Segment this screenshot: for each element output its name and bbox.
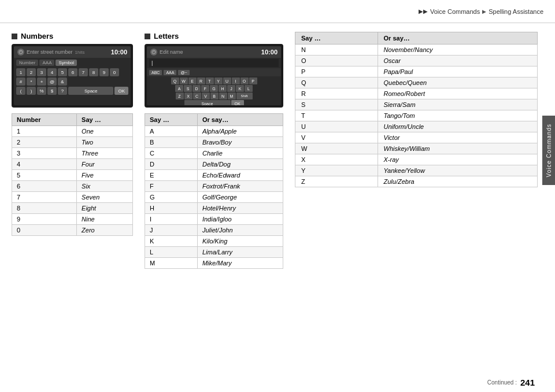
letters-screen-topbar: Edit name 10:00 bbox=[147, 46, 281, 58]
key-i[interactable]: I bbox=[232, 77, 240, 84]
letters-header: Letters bbox=[145, 32, 283, 40]
numpad-key-close-paren[interactable]: ) bbox=[27, 87, 36, 95]
key-m[interactable]: M bbox=[228, 93, 236, 99]
key-l[interactable]: L bbox=[245, 85, 253, 92]
key-p[interactable]: P bbox=[249, 77, 257, 84]
orsay-cell: Papa/Paul bbox=[378, 66, 537, 77]
say-cell: Zero bbox=[77, 225, 133, 236]
keyboard-row-3: Z X C V B N M Shift bbox=[149, 93, 279, 99]
key-c[interactable]: C bbox=[193, 93, 201, 99]
numpad-key-7[interactable]: 7 bbox=[79, 68, 88, 76]
numpad-key-3[interactable]: 3 bbox=[37, 68, 46, 76]
numpad-key-question[interactable]: ? bbox=[58, 87, 67, 95]
numbers-square-icon bbox=[12, 34, 17, 39]
table-row: AAlpha/Apple bbox=[145, 126, 283, 137]
numpad-key-2[interactable]: 2 bbox=[27, 68, 36, 76]
number-cell: 2 bbox=[12, 137, 77, 148]
continued-label: Continued : bbox=[487, 379, 517, 386]
letters-table: Say … Or say… AAlpha/AppleBBravo/BoyCCha… bbox=[145, 113, 283, 269]
key-e[interactable]: E bbox=[188, 77, 197, 84]
numbers-screen-inner: Enter street number 1hits 10:00 Number A… bbox=[14, 46, 131, 105]
key-f[interactable]: F bbox=[201, 85, 209, 92]
say-cell: U bbox=[295, 121, 378, 132]
say-cell: K bbox=[145, 236, 198, 247]
table-row: EEcho/Edward bbox=[145, 170, 283, 181]
numpad-key-open-paren[interactable]: ( bbox=[16, 87, 25, 95]
key-k[interactable]: K bbox=[236, 85, 244, 92]
say-cell: J bbox=[145, 225, 198, 236]
table-row: VVictor bbox=[295, 132, 538, 143]
say-cell: Z bbox=[295, 176, 378, 187]
table-row: CCharlie bbox=[145, 148, 283, 159]
numpad-key-9[interactable]: 9 bbox=[99, 68, 109, 76]
key-w[interactable]: W bbox=[180, 77, 188, 84]
number-cell: 4 bbox=[12, 159, 77, 170]
numpad-key-space[interactable]: Space bbox=[68, 87, 113, 95]
say-cell: P bbox=[295, 66, 378, 77]
say-cell: One bbox=[77, 126, 133, 137]
numpad-key-8[interactable]: 8 bbox=[89, 68, 98, 76]
number-cell: 6 bbox=[12, 181, 77, 192]
key-z[interactable]: Z bbox=[176, 93, 184, 99]
numpad-key-1[interactable]: 1 bbox=[16, 68, 25, 76]
numbers-numpad: 1 2 3 4 5 6 7 8 9 0 # * + bbox=[14, 67, 131, 97]
table-row: 4Four bbox=[12, 159, 133, 170]
key-h[interactable]: H bbox=[219, 85, 227, 92]
numpad-key-amp[interactable]: & bbox=[58, 77, 67, 86]
letters-screen-input-bar: | bbox=[149, 59, 279, 67]
key-j[interactable]: J bbox=[227, 85, 235, 92]
key-s[interactable]: S bbox=[184, 85, 192, 92]
key-u[interactable]: U bbox=[223, 77, 231, 84]
table-row: XX-ray bbox=[295, 154, 538, 165]
say-cell: E bbox=[145, 170, 198, 181]
key-ok[interactable]: OK bbox=[231, 100, 244, 105]
numpad-key-hash[interactable]: # bbox=[16, 77, 25, 86]
footer: Continued : 241 bbox=[487, 378, 535, 387]
key-a[interactable]: A bbox=[175, 85, 183, 92]
numpad-key-pct[interactable]: % bbox=[37, 87, 46, 95]
numbers-table: Number Say … 1One2Two3Three4Four5Five6Si… bbox=[12, 113, 133, 236]
numpad-key-star[interactable]: * bbox=[27, 77, 36, 86]
say-cell: R bbox=[295, 88, 378, 99]
key-space[interactable]: Space bbox=[184, 100, 231, 105]
table-row: IIndia/Igloo bbox=[145, 214, 283, 225]
say-cell: M bbox=[145, 258, 198, 269]
numpad-key-at[interactable]: @ bbox=[47, 77, 57, 86]
numbers-screen-topbar: Enter street number 1hits 10:00 bbox=[14, 46, 131, 58]
orsay-cell: Kilo/King bbox=[197, 236, 283, 247]
numbers-title: Numbers bbox=[21, 32, 53, 40]
letters-special-tab: @~ bbox=[178, 70, 189, 75]
numbers-screen-topbar-left: Enter street number 1hits bbox=[17, 49, 84, 56]
letters-screen-inner: Edit name 10:00 | ABC AAA @~ Q bbox=[147, 46, 281, 105]
key-o[interactable]: O bbox=[240, 77, 249, 84]
numpad-key-0[interactable]: 0 bbox=[110, 68, 119, 76]
key-g[interactable]: G bbox=[210, 85, 218, 92]
table-row: 5Five bbox=[12, 170, 133, 181]
orsay-cell: Oscar bbox=[378, 56, 537, 66]
numpad-key-6[interactable]: 6 bbox=[68, 68, 77, 76]
say-cell: Q bbox=[295, 77, 378, 88]
numpad-key-4[interactable]: 4 bbox=[47, 68, 57, 76]
key-q[interactable]: Q bbox=[171, 77, 179, 84]
table-row: KKilo/King bbox=[145, 236, 283, 247]
key-b[interactable]: B bbox=[210, 93, 219, 99]
table-row: RRomeo/Robert bbox=[295, 88, 538, 99]
table-row: MMike/Mary bbox=[145, 258, 283, 269]
numpad-key-dollar[interactable]: $ bbox=[47, 87, 57, 95]
letters-aaa-tab: AAA bbox=[164, 70, 176, 75]
number-cell: 9 bbox=[12, 214, 77, 225]
numpad-key-5[interactable]: 5 bbox=[58, 68, 67, 76]
key-t[interactable]: T bbox=[206, 77, 214, 84]
orsay-cell: November/Nancy bbox=[378, 45, 537, 56]
key-n[interactable]: N bbox=[219, 93, 227, 99]
numpad-key-ok[interactable]: OK bbox=[114, 87, 128, 95]
key-shift[interactable]: Shift bbox=[236, 93, 253, 99]
key-y[interactable]: Y bbox=[214, 77, 223, 84]
key-v[interactable]: V bbox=[202, 93, 210, 99]
numbers-screen-placeholder: Enter street number bbox=[27, 49, 73, 55]
key-x[interactable]: X bbox=[184, 93, 193, 99]
key-d[interactable]: D bbox=[193, 85, 201, 92]
table-row: FFoxtrot/Frank bbox=[145, 181, 283, 192]
key-r[interactable]: R bbox=[197, 77, 205, 84]
numpad-key-plus[interactable]: + bbox=[37, 77, 46, 86]
